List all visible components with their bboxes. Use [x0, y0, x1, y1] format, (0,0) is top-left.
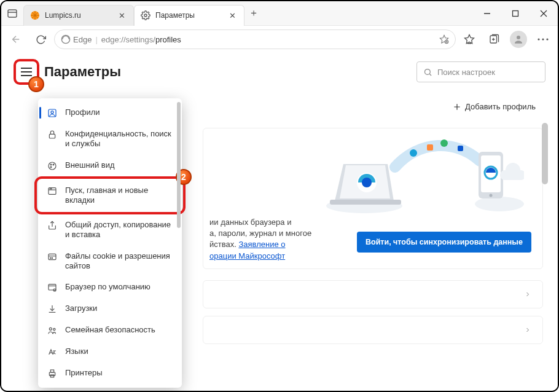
url-text: edge://settings/profiles: [101, 35, 181, 44]
add-profile-button[interactable]: Добавить профиль: [453, 102, 536, 111]
settings-header: 1 Параметры Поиск настроек: [1, 53, 558, 95]
svg-point-7: [144, 14, 147, 17]
svg-line-27: [429, 74, 431, 76]
title-bar: Lumpics.ru ✕ Параметры ✕ ＋: [1, 1, 558, 26]
tab-manager-button[interactable]: [1, 9, 23, 18]
favorite-add-icon[interactable]: [439, 34, 449, 44]
profile-button[interactable]: [507, 28, 530, 50]
svg-point-33: [53, 164, 54, 165]
sidebar-item-label: Семейная безопасность: [65, 325, 155, 335]
sidebar-item-printers[interactable]: Принтеры: [38, 363, 182, 384]
edge-icon: Edge: [61, 34, 92, 44]
tab-settings[interactable]: Параметры ✕: [134, 5, 244, 26]
svg-marker-17: [465, 35, 474, 44]
chevron-right-icon: [524, 291, 531, 298]
page-title: Параметры: [44, 64, 121, 80]
minimize-button[interactable]: [473, 1, 501, 26]
tab-close-button[interactable]: ✕: [227, 11, 238, 20]
addr-brand: Edge: [73, 35, 92, 44]
sidebar-item-label: Профили: [65, 108, 100, 117]
svg-point-42: [50, 257, 51, 258]
svg-rect-9: [513, 10, 518, 16]
lock-icon: [47, 130, 58, 139]
close-button[interactable]: [530, 1, 558, 26]
sidebar-item-label: Пуск, главная и новые вкладки: [65, 186, 173, 206]
sign-in-sync-button[interactable]: Войти, чтобы синхронизировать данные: [357, 232, 531, 253]
sidebar-item-label: Загрузки: [65, 304, 97, 313]
sidebar-item-start[interactable]: Пуск, главная и новые вкладки: [38, 180, 182, 211]
settings-main: Добавить профиль: [190, 98, 549, 391]
svg-rect-61: [330, 200, 401, 205]
search-icon: [423, 68, 432, 77]
svg-point-31: [49, 162, 56, 170]
window-icon: [47, 186, 58, 196]
sidebar-item-cookies[interactable]: Файлы cookie и разрешения сайтов: [38, 246, 182, 277]
language-icon: [47, 347, 58, 357]
sidebar-item-label: Общий доступ, копирование и вставка: [65, 220, 173, 240]
add-profile-label: Добавить профиль: [465, 102, 536, 111]
svg-point-56: [475, 197, 524, 211]
sidebar-scrollbar[interactable]: [177, 102, 181, 228]
sidebar-item-label: Внешний вид: [65, 160, 115, 170]
download-icon: [47, 304, 58, 314]
browser-icon: [47, 283, 58, 292]
permissions-icon: [47, 252, 58, 262]
settings-sidebar: Профили Конфиденциальность, поиск и служ…: [38, 98, 182, 388]
svg-point-62: [410, 149, 417, 157]
chevron-right-icon: [524, 326, 531, 334]
settings-card[interactable]: [203, 280, 543, 308]
sidebar-item-profiles[interactable]: Профили: [38, 102, 182, 123]
svg-point-49: [53, 328, 55, 330]
privacy-link[interactable]: Заявление о: [238, 240, 285, 249]
maximize-button[interactable]: [501, 1, 530, 26]
svg-point-43: [52, 257, 52, 258]
search-placeholder: Поиск настроек: [437, 68, 495, 77]
svg-point-26: [425, 69, 431, 74]
sidebar-item-languages[interactable]: Языки: [38, 341, 182, 363]
svg-point-48: [49, 327, 52, 330]
svg-point-25: [546, 38, 548, 40]
settings-content: 1 Параметры Поиск настроек Профили Конфи…: [1, 53, 558, 391]
share-icon: [47, 221, 58, 230]
favicon-lumpics: [30, 10, 40, 20]
sidebar-item-label: Конфиденциальность, поиск и службы: [65, 129, 173, 149]
content-scrollbar[interactable]: [542, 123, 548, 184]
settings-menu-button[interactable]: 1: [14, 59, 39, 85]
privacy-link-2[interactable]: орации Майкрософт: [209, 251, 285, 261]
sidebar-item-share[interactable]: Общий доступ, копирование и вставка: [38, 214, 182, 246]
sidebar-item-family[interactable]: Семейная безопасность: [38, 319, 182, 341]
profile-icon: [47, 108, 58, 118]
tab-label: Lumpics.ru: [45, 11, 117, 20]
tab-close-button[interactable]: ✕: [117, 11, 127, 20]
gear-icon: [141, 10, 150, 20]
address-bar[interactable]: Edge | edge://settings/profiles: [54, 29, 456, 49]
svg-point-23: [538, 38, 539, 40]
tab-lumpics[interactable]: Lumpics.ru ✕: [23, 5, 134, 26]
svg-rect-65: [458, 146, 463, 151]
svg-point-37: [50, 188, 50, 189]
svg-rect-30: [49, 134, 55, 138]
sidebar-item-privacy[interactable]: Конфиденциальность, поиск и службы: [38, 123, 182, 155]
promo-text: ии данных браузера и а, пароли, журнал и…: [209, 217, 369, 262]
back-button[interactable]: [5, 28, 27, 50]
svg-rect-63: [427, 144, 433, 151]
sidebar-item-appearance[interactable]: Внешний вид: [38, 155, 182, 176]
collections-button[interactable]: [483, 28, 505, 50]
sidebar-item-label: Принтеры: [65, 368, 103, 378]
settings-search-input[interactable]: Поиск настроек: [416, 61, 545, 82]
toolbar: Edge | edge://settings/profiles: [1, 26, 558, 53]
family-icon: [47, 326, 58, 335]
svg-point-69: [490, 194, 493, 197]
favorites-button[interactable]: [458, 28, 480, 50]
svg-point-22: [517, 36, 520, 39]
svg-point-34: [50, 167, 52, 168]
new-tab-button[interactable]: ＋: [244, 7, 263, 20]
sidebar-item-downloads[interactable]: Загрузки: [38, 298, 182, 319]
printer-icon: [47, 369, 58, 378]
svg-rect-53: [50, 375, 53, 377]
settings-card[interactable]: [203, 316, 543, 344]
more-button[interactable]: [532, 28, 554, 50]
sidebar-item-label: Браузер по умолчанию: [65, 282, 150, 292]
refresh-button[interactable]: [29, 28, 52, 50]
sidebar-item-default-browser[interactable]: Браузер по умолчанию: [38, 276, 182, 298]
